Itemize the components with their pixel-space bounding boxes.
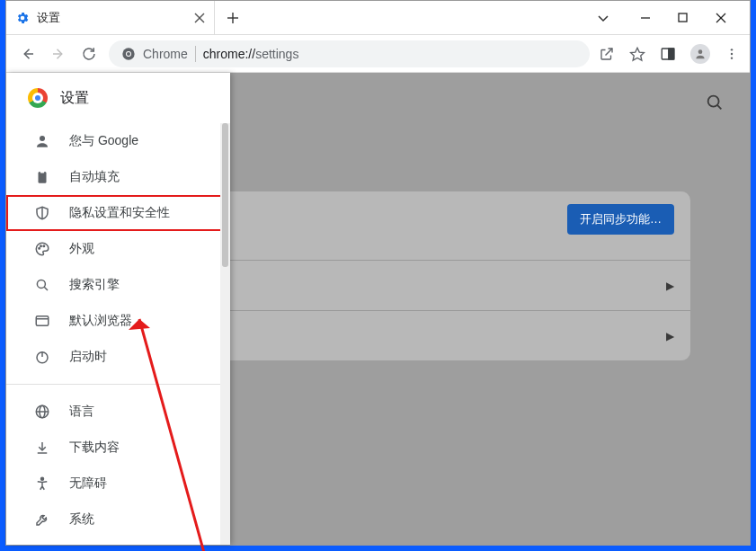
globe-icon [33,404,51,420]
svg-rect-5 [679,13,687,22]
sidebar-item-label: 隐私设置和安全性 [69,205,170,221]
sidebar-item-label: 无障碍 [69,475,107,492]
scrollbar[interactable] [220,123,230,545]
sidebar-title: 设置 [60,89,89,108]
bookmark-icon[interactable] [629,46,645,62]
new-tab-button[interactable] [215,1,251,34]
svg-line-29 [44,287,48,290]
svg-line-21 [717,105,721,109]
sidebar-item-on-startup[interactable]: 启动时 [6,339,230,375]
window-controls [581,1,750,34]
accessibility-icon [33,475,51,492]
palette-icon [33,241,51,257]
chevron-right-icon: ▶ [666,280,674,292]
power-icon [33,349,51,365]
maximize-button[interactable] [678,13,696,22]
omnibox-origin-label: Chrome [143,47,188,61]
sidebar-item-autofill[interactable]: 自动填充 [6,159,230,195]
title-bar: 设置 [6,1,750,35]
sidebar-item-accessibility[interactable]: 无障碍 [6,466,230,502]
browser-window: 设置 [5,0,751,546]
svg-point-22 [40,136,45,141]
chevron-right-icon: ▶ [666,330,674,342]
sidebar-item-you-and-google[interactable]: 您与 Google [6,123,230,159]
reload-button[interactable] [78,43,100,65]
chevron-down-icon[interactable] [597,12,615,24]
forward-button[interactable] [48,43,69,65]
scrollbar-thumb[interactable] [222,123,228,267]
browser-tab[interactable]: 设置 [6,1,215,34]
search-icon[interactable] [705,93,725,112]
back-button[interactable] [17,43,39,65]
sidebar-item-label: 语言 [69,404,94,420]
svg-point-17 [731,49,733,50]
svg-point-28 [37,280,45,288]
sidebar-item-default-browser[interactable]: 默认浏览器 [6,303,230,339]
chrome-logo-icon [28,88,48,108]
download-icon [33,440,51,456]
share-icon[interactable] [599,46,615,62]
settings-sidebar: 设置 您与 Google 自动填充 隐私设置和安全性 外观 [6,73,230,545]
chrome-logo-icon [121,47,136,61]
sidebar-separator [6,384,230,385]
sidebar-item-label: 默认浏览器 [69,313,132,329]
browser-icon [33,313,51,329]
svg-rect-15 [669,49,674,59]
svg-point-27 [43,245,45,247]
wrench-icon [33,511,51,528]
sidebar-item-label: 外观 [69,241,94,257]
minimize-button[interactable] [640,13,658,23]
page-content: 的智能技术 性化设置 Chrome 开启同步功能… 斗▶ ▶ 设置 [6,73,750,545]
svg-rect-30 [36,316,49,326]
svg-point-16 [698,49,703,54]
sidebar-item-system[interactable]: 系统 [6,502,230,538]
sidebar-item-label: 自动填充 [69,169,120,185]
profile-avatar-icon[interactable] [690,44,710,64]
svg-rect-24 [40,171,45,173]
clipboard-icon [33,169,51,185]
svg-point-18 [731,52,733,54]
sidebar-item-label: 启动时 [69,349,107,365]
omnibox-url: chrome://settings [203,47,299,61]
sidebar-item-languages[interactable]: 语言 [6,394,230,430]
sidebar-item-label: 您与 Google [69,133,138,149]
svg-rect-23 [39,172,47,183]
enable-sync-button[interactable]: 开启同步功能… [567,204,674,235]
side-panel-icon[interactable] [660,46,676,62]
svg-point-20 [708,96,719,107]
svg-point-39 [41,477,44,480]
sidebar-nav: 您与 Google 自动填充 隐私设置和安全性 外观 搜索引擎 [6,123,230,538]
sidebar-item-label: 搜索引擎 [69,277,120,293]
kebab-menu-icon[interactable] [725,47,739,61]
svg-marker-13 [631,48,645,60]
sidebar-item-privacy-security[interactable]: 隐私设置和安全性 [6,195,230,231]
sidebar-item-label: 系统 [69,511,94,528]
sidebar-item-downloads[interactable]: 下载内容 [6,430,230,466]
shield-icon [33,205,51,221]
tab-title: 设置 [37,10,187,26]
close-button[interactable] [716,13,734,23]
svg-point-12 [127,52,130,56]
gear-icon [15,11,30,25]
browser-toolbar: Chrome chrome://settings [6,35,750,73]
search-icon [33,277,51,293]
sidebar-item-search-engine[interactable]: 搜索引擎 [6,267,230,303]
tab-close-icon[interactable] [194,13,205,23]
omnibox-divider [195,46,196,62]
sidebar-header: 设置 [6,73,230,123]
sidebar-item-appearance[interactable]: 外观 [6,231,230,267]
svg-point-25 [39,248,40,250]
svg-point-19 [731,57,733,58]
person-icon [33,133,51,149]
sidebar-item-label: 下载内容 [69,440,120,456]
svg-point-26 [40,245,42,247]
address-bar[interactable]: Chrome chrome://settings [109,40,590,67]
